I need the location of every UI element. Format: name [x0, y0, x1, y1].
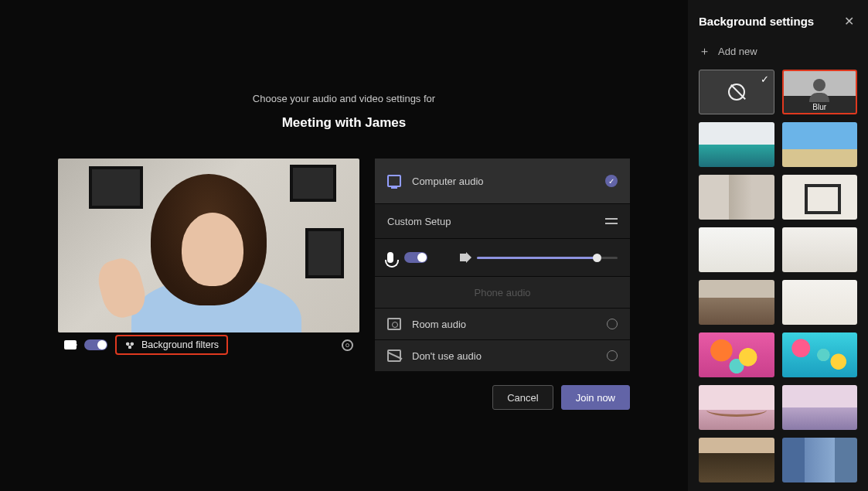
computer-audio-icon — [387, 175, 401, 187]
add-new-label: Add new — [718, 46, 757, 57]
background-settings-panel: Background settings ✕ ＋ Add new ✓ Blur — [688, 0, 868, 491]
background-tile[interactable] — [699, 175, 774, 220]
background-tile[interactable] — [699, 438, 774, 482]
speaker-icon — [460, 254, 466, 261]
sliders-icon — [605, 217, 618, 226]
camera-preview — [58, 159, 359, 332]
microphone-icon — [387, 252, 393, 263]
background-tile[interactable] — [782, 385, 858, 430]
sidebar-title: Background settings — [699, 15, 814, 28]
background-filters-label: Background filters — [141, 339, 219, 350]
background-tile[interactable] — [782, 280, 858, 325]
check-icon: ✓ — [761, 73, 769, 85]
background-tile[interactable] — [782, 332, 858, 377]
blur-label: Blur — [812, 103, 826, 111]
background-tile-blur[interactable]: Blur — [782, 70, 858, 114]
background-tile[interactable] — [782, 122, 858, 167]
room-audio-label: Room audio — [412, 319, 466, 330]
background-tile[interactable] — [782, 175, 858, 220]
background-filters-button[interactable]: Background filters — [115, 335, 228, 355]
intro-subtitle: Choose your audio and video settings for — [0, 93, 688, 104]
add-new-background-button[interactable]: ＋ Add new — [699, 44, 857, 59]
custom-setup-row[interactable]: Custom Setup — [375, 204, 630, 238]
radio-icon — [607, 319, 618, 329]
meeting-title: Meeting with James — [0, 115, 688, 131]
camera-toggle[interactable] — [84, 339, 107, 350]
background-tile[interactable] — [699, 227, 774, 272]
no-audio-icon — [387, 349, 401, 362]
no-audio-label: Don't use audio — [412, 350, 482, 362]
background-tile[interactable] — [699, 332, 774, 377]
video-panel: Background filters — [58, 159, 359, 410]
phone-audio-label: Phone audio — [474, 287, 530, 298]
audio-option-room[interactable]: Room audio — [375, 309, 630, 339]
background-tile[interactable] — [782, 438, 858, 482]
audio-option-computer[interactable]: Computer audio ✓ — [375, 159, 630, 203]
device-settings-icon[interactable] — [342, 339, 353, 351]
mic-volume-row — [375, 239, 630, 276]
background-tile[interactable] — [699, 122, 774, 167]
background-tile[interactable] — [699, 280, 774, 325]
microphone-toggle[interactable] — [404, 252, 427, 263]
audio-option-phone: Phone audio — [375, 277, 630, 308]
join-now-button[interactable]: Join now — [561, 385, 630, 410]
plus-icon: ＋ — [699, 44, 710, 59]
background-tile[interactable] — [782, 227, 858, 272]
custom-setup-label: Custom Setup — [387, 216, 451, 227]
room-audio-icon — [387, 318, 401, 330]
cancel-button[interactable]: Cancel — [492, 385, 553, 410]
close-icon[interactable]: ✕ — [841, 11, 857, 32]
radio-icon — [607, 350, 618, 361]
computer-audio-label: Computer audio — [412, 176, 484, 187]
none-icon — [728, 84, 745, 101]
filters-icon — [124, 340, 135, 349]
selected-check-icon: ✓ — [605, 175, 618, 187]
camera-icon — [64, 340, 77, 349]
background-tile-none[interactable]: ✓ — [699, 70, 774, 114]
audio-panel: Computer audio ✓ Custom Setup — [375, 159, 630, 371]
audio-option-none[interactable]: Don't use audio — [375, 340, 630, 371]
background-tile[interactable] — [699, 385, 774, 430]
volume-slider[interactable] — [477, 257, 618, 259]
